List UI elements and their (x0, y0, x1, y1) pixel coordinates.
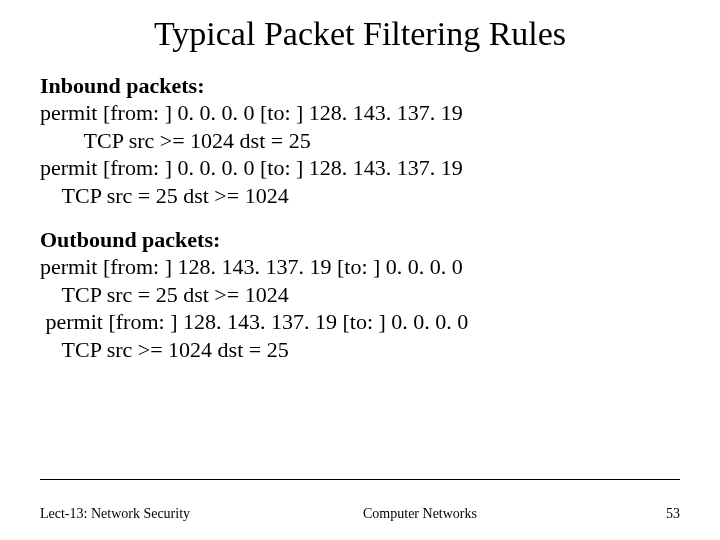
inbound-block: Inbound packets: permit [from: ] 0. 0. 0… (40, 73, 680, 209)
slide-footer: Lect-13: Network Security Computer Netwo… (40, 506, 680, 522)
footer-page-number: 53 (640, 506, 680, 522)
outbound-rule-line: TCP src >= 1024 dst = 25 (40, 336, 680, 364)
inbound-heading: Inbound packets: (40, 73, 680, 99)
inbound-rule-line: TCP src = 25 dst >= 1024 (40, 182, 680, 210)
inbound-rule-line: TCP src >= 1024 dst = 25 (40, 127, 680, 155)
outbound-block: Outbound packets: permit [from: ] 128. 1… (40, 227, 680, 363)
outbound-heading: Outbound packets: (40, 227, 680, 253)
footer-center: Computer Networks (200, 506, 640, 522)
inbound-rule-line: permit [from: ] 0. 0. 0. 0 [to: ] 128. 1… (40, 154, 680, 182)
inbound-rule-line: permit [from: ] 0. 0. 0. 0 [to: ] 128. 1… (40, 99, 680, 127)
footer-divider (40, 479, 680, 480)
outbound-rule-line: permit [from: ] 128. 143. 137. 19 [to: ]… (40, 253, 680, 281)
outbound-rule-line: TCP src = 25 dst >= 1024 (40, 281, 680, 309)
slide-title: Typical Packet Filtering Rules (40, 15, 680, 53)
outbound-rule-line: permit [from: ] 128. 143. 137. 19 [to: ]… (40, 308, 680, 336)
footer-left: Lect-13: Network Security (40, 506, 200, 522)
